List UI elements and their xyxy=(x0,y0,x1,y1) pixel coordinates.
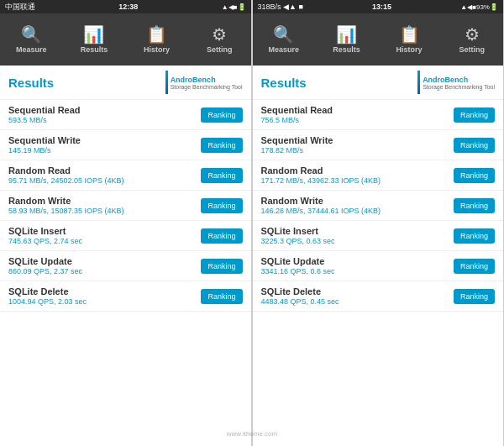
bench-value: 3225.3 QPS, 0.63 sec xyxy=(261,237,454,245)
bench-info: Random Write146.26 MB/s, 37444.61 IOPS (… xyxy=(261,196,454,215)
status-bar-right: 318B/s ◀▲ ■ 13:15 ▲◀■93%🔋 xyxy=(253,0,504,13)
bench-name: SQLite Update xyxy=(8,256,201,266)
ranking-button[interactable]: Ranking xyxy=(454,198,495,213)
nav-measure-left[interactable]: 🔍 Measure xyxy=(0,18,63,61)
bench-row: Sequential Write145.19 MB/sRanking xyxy=(0,130,251,160)
content-right: Results AndroBench Storage Benchmarking … xyxy=(253,66,504,446)
carrier-right: 318B/s ◀▲ ■ xyxy=(258,3,303,11)
bench-name: Sequential Write xyxy=(261,135,454,145)
bench-name: Sequential Write xyxy=(8,135,201,145)
bench-name: Random Read xyxy=(8,165,201,176)
measure-icon-right: 🔍 xyxy=(273,26,294,43)
bench-value: 756.5 MB/s xyxy=(261,116,454,124)
bench-row: SQLite Update860.09 QPS, 2.37 secRanking xyxy=(0,251,251,281)
bench-info: SQLite Insert3225.3 QPS, 0.63 sec xyxy=(261,226,454,245)
bench-name: Random Read xyxy=(261,165,454,176)
bench-list-left: Sequential Read593.5 MB/sRankingSequenti… xyxy=(0,100,251,312)
bench-info: Random Write58.93 MB/s, 15087.35 IOPS (4… xyxy=(8,196,201,215)
nav-history-label-left: History xyxy=(144,45,170,54)
nav-setting-left[interactable]: ⚙ Setting xyxy=(188,18,251,61)
nav-results-left[interactable]: 📊 Results xyxy=(63,18,126,61)
bench-name: SQLite Insert xyxy=(261,226,454,236)
ranking-button[interactable]: Ranking xyxy=(454,168,495,183)
results-icon-left: 📊 xyxy=(83,26,104,43)
nav-history-left[interactable]: 📋 History xyxy=(125,18,188,61)
bench-row: Random Read95.71 MB/s, 24502.05 IOPS (4K… xyxy=(0,160,251,191)
bench-row: Sequential Write178.82 MB/sRanking xyxy=(253,130,504,160)
bench-value: 3341.16 QPS, 0.6 sec xyxy=(261,267,454,275)
bench-info: Sequential Read593.5 MB/s xyxy=(8,105,201,124)
bench-row: Sequential Read756.5 MB/sRanking xyxy=(253,100,504,130)
nav-results-label-left: Results xyxy=(81,45,108,54)
bench-name: Random Write xyxy=(8,196,201,206)
ranking-button[interactable]: Ranking xyxy=(454,108,495,123)
ranking-button[interactable]: Ranking xyxy=(201,259,242,274)
logo-name-right: AndroBench xyxy=(423,76,495,84)
ranking-button[interactable]: Ranking xyxy=(201,108,242,123)
setting-icon-right: ⚙ xyxy=(465,26,480,43)
ranking-button[interactable]: Ranking xyxy=(201,198,242,213)
content-left: Results AndroBench Storage Benchmarking … xyxy=(0,66,251,446)
bench-info: Sequential Write145.19 MB/s xyxy=(8,135,201,155)
bench-info: SQLite Insert745.63 QPS, 2.74 sec xyxy=(8,226,201,245)
nav-results-right[interactable]: 📊 Results xyxy=(315,18,378,61)
logo-sub-right: Storage Benchmarking Tool xyxy=(423,84,495,90)
logo-name-left: AndroBench xyxy=(171,76,243,84)
icons-right: ▲◀■93%🔋 xyxy=(460,3,498,11)
phone-left: 中国联通 12:38 ▲◀■🔋 🔍 Measure 📊 Results 📋 Hi… xyxy=(0,0,252,446)
time-right: 13:15 xyxy=(372,3,391,11)
bench-info: Sequential Read756.5 MB/s xyxy=(261,105,454,124)
phone-right: 318B/s ◀▲ ■ 13:15 ▲◀■93%🔋 🔍 Measure 📊 Re… xyxy=(253,0,505,446)
bench-value: 146.26 MB/s, 37444.61 IOPS (4KB) xyxy=(261,207,454,215)
nav-measure-label-left: Measure xyxy=(16,45,47,54)
results-icon-right: 📊 xyxy=(336,26,357,43)
time-left: 12:38 xyxy=(118,3,138,11)
androbench-logo-right: AndroBench Storage Benchmarking Tool xyxy=(417,71,495,94)
bench-info: SQLite Update860.09 QPS, 2.37 sec xyxy=(8,256,201,275)
bench-row: SQLite Delete1004.94 QPS, 2.03 secRankin… xyxy=(0,281,251,312)
nav-measure-label-right: Measure xyxy=(269,45,300,54)
nav-setting-right[interactable]: ⚙ Setting xyxy=(440,18,503,61)
ranking-button[interactable]: Ranking xyxy=(201,168,242,183)
carrier-left: 中国联通 xyxy=(5,2,35,13)
ranking-button[interactable]: Ranking xyxy=(201,138,242,153)
ranking-button[interactable]: Ranking xyxy=(201,228,242,244)
bench-name: Random Write xyxy=(261,196,454,206)
nav-history-right[interactable]: 📋 History xyxy=(378,18,441,61)
nav-history-label-right: History xyxy=(396,45,423,54)
ranking-button[interactable]: Ranking xyxy=(454,289,495,304)
androbench-header-right: Results AndroBench Storage Benchmarking … xyxy=(253,66,504,100)
bench-row: SQLite Insert3225.3 QPS, 0.63 secRanking xyxy=(253,221,504,251)
bench-info: SQLite Delete4483.48 QPS, 0.45 sec xyxy=(261,286,454,306)
logo-sub-left: Storage Benchmarking Tool xyxy=(171,84,243,90)
icons-left: ▲◀■🔋 xyxy=(222,3,246,11)
bench-name: SQLite Insert xyxy=(8,226,201,236)
androbench-logo-left: AndroBench Storage Benchmarking Tool xyxy=(165,71,243,94)
results-title-right: Results xyxy=(261,76,307,90)
ranking-button[interactable]: Ranking xyxy=(454,138,495,153)
nav-measure-right[interactable]: 🔍 Measure xyxy=(253,18,316,61)
ranking-button[interactable]: Ranking xyxy=(201,289,242,304)
bench-name: SQLite Update xyxy=(261,256,454,266)
status-bar-left: 中国联通 12:38 ▲◀■🔋 xyxy=(0,0,251,13)
bench-value: 178.82 MB/s xyxy=(261,146,454,155)
ranking-button[interactable]: Ranking xyxy=(454,259,495,274)
bench-info: Sequential Write178.82 MB/s xyxy=(261,135,454,155)
bench-list-right: Sequential Read756.5 MB/sRankingSequenti… xyxy=(253,100,504,312)
bench-row: SQLite Update3341.16 QPS, 0.6 secRanking xyxy=(253,251,504,281)
bench-info: SQLite Delete1004.94 QPS, 2.03 sec xyxy=(8,286,201,306)
logo-bar-left xyxy=(165,71,168,94)
bench-row: SQLite Insert745.63 QPS, 2.74 secRanking xyxy=(0,221,251,251)
bench-value: 593.5 MB/s xyxy=(8,116,201,124)
measure-icon-left: 🔍 xyxy=(21,26,42,43)
nav-setting-label-right: Setting xyxy=(459,45,485,54)
bench-name: Sequential Read xyxy=(261,105,454,115)
bench-name: SQLite Delete xyxy=(261,286,454,296)
ranking-button[interactable]: Ranking xyxy=(454,228,495,244)
bench-value: 95.71 MB/s, 24502.05 IOPS (4KB) xyxy=(8,176,201,185)
bench-value: 1004.94 QPS, 2.03 sec xyxy=(8,297,201,306)
bench-row: Random Write58.93 MB/s, 15087.35 IOPS (4… xyxy=(0,191,251,221)
androbench-header-left: Results AndroBench Storage Benchmarking … xyxy=(0,66,251,100)
bench-info: Random Read95.71 MB/s, 24502.05 IOPS (4K… xyxy=(8,165,201,185)
bench-row: SQLite Delete4483.48 QPS, 0.45 secRankin… xyxy=(253,281,504,312)
